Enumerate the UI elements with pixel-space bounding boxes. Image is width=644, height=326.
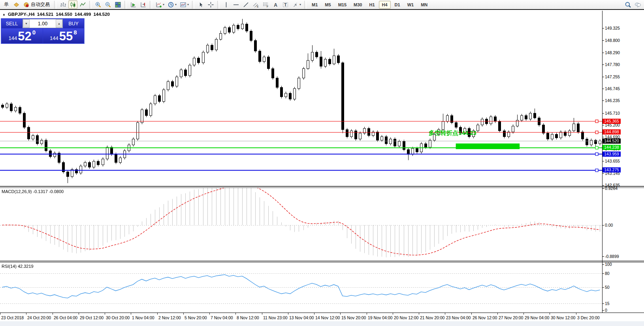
rsi-tick: 100 [605,262,612,267]
indicators-icon[interactable]: ▾ [154,0,166,9]
toolbar-separator [150,1,152,9]
time-label: 15 Nov 20:00 [341,315,366,320]
arrows-icon[interactable]: ▾ [291,0,302,9]
timeframe-m30-button[interactable]: M30 [350,1,365,9]
auto-scroll-icon[interactable] [129,0,138,9]
collapse-quote-icon[interactable]: ▲ [2,13,6,16]
quote-low: 144.499 [75,12,91,17]
macd-tick: 0.00 [605,223,613,227]
bar-chart-icon[interactable] [58,0,68,9]
volume-increase-button[interactable]: ▲ [56,19,62,28]
tile-windows-icon[interactable] [113,0,122,9]
rsi-canvas[interactable] [0,263,602,313]
line-chart-icon[interactable] [78,0,87,9]
mail-icon[interactable] [12,0,21,9]
time-label: 3 Dec 20:00 [577,315,600,320]
buy-price[interactable]: 144 55 8 [43,28,84,43]
time-label: 30 Oct 20:00 [106,315,130,320]
timeframe-h4-button[interactable]: H4 [379,1,391,9]
time-tick [523,313,524,315]
autotrading-button[interactable]: 自动交易 [22,0,52,9]
symbol-bar: ▲ GBPJPY-,H4 144.521 144.550 144.499 144… [2,12,110,17]
toolbar-separator [192,1,194,9]
autotrading-icon [23,2,30,8]
search-icon[interactable] [623,0,633,9]
equidistant-channel-icon[interactable]: E [251,0,260,9]
time-label: 21 Nov 20:00 [420,315,444,320]
periods-icon[interactable]: ▾ [166,0,178,9]
templates-icon[interactable]: ▾ [179,0,190,9]
buy-button[interactable]: BUY [63,19,84,28]
cursor-icon[interactable] [196,0,205,9]
timeframe-m5-button[interactable]: M5 [322,1,334,9]
time-tick [262,313,262,315]
timeframe-mn-button[interactable]: MN [418,1,431,9]
time-label: 5 Nov 20:00 [185,315,207,320]
fibonacci-icon[interactable]: F [261,0,270,9]
candlestick-chart-icon[interactable] [68,0,77,9]
sell-price[interactable]: 144 52 0 [2,28,43,43]
time-label: 8 Nov 12:00 [237,315,259,320]
time-label: 30 Nov 12:00 [551,315,575,320]
time-tick [497,313,498,315]
time-axis[interactable]: 23 Oct 201824 Oct 20:0026 Oct 04:0029 Oc… [0,313,644,321]
main-chart-pane: ▲ GBPJPY-,H4 144.521 144.550 144.499 144… [0,11,644,186]
timeframe-h1-button[interactable]: H1 [366,1,378,9]
time-tick [79,313,79,315]
support-1-price-chip: 143.959 [603,152,621,157]
toolbar-separator [54,1,56,9]
chart-shift-icon[interactable] [139,0,148,9]
toolbar-separator [124,1,127,9]
time-tick [314,313,314,315]
vertical-line-icon[interactable] [222,0,231,9]
volume-decrease-button[interactable]: ▼ [23,19,30,28]
macd-label: MACD(12,26,9) -0.1317 -0.0800 [2,189,64,194]
timeframe-m1-button[interactable]: M1 [309,1,321,9]
time-tick [471,313,472,315]
quote-high: 144.550 [56,12,72,17]
trendline-icon[interactable] [241,0,250,9]
chat-icon[interactable] [633,0,642,9]
svg-text:T: T [284,2,287,7]
svg-text:E: E [257,5,259,8]
price-tick: 149.325 [605,26,620,30]
time-tick [53,313,53,315]
quote-close: 144.520 [93,12,110,17]
text-icon[interactable]: A [271,0,280,9]
new-order-button[interactable]: 单 [2,0,11,9]
time-tick [367,313,367,315]
price-tick: 143.655 [605,159,620,163]
time-label: 26 Oct 04:00 [54,315,77,320]
time-tick [550,313,550,315]
time-tick [288,313,288,315]
price-tick: 146.745 [605,87,620,91]
zoom-out-icon[interactable] [104,0,113,9]
timeframe-d1-button[interactable]: D1 [392,1,403,9]
timeframe-m15-button[interactable]: M15 [335,1,350,9]
text-label-icon[interactable]: T [281,0,290,9]
svg-text:F: F [267,5,268,8]
horizontal-line-icon[interactable] [232,0,241,9]
time-tick [445,313,445,315]
main-chart-canvas[interactable] [0,11,602,186]
bottom-strip [0,321,644,326]
time-tick [131,313,131,315]
crosshair-icon[interactable] [206,0,215,9]
time-label: 29 Oct 12:00 [80,315,104,320]
volume-input[interactable] [30,19,56,28]
sell-button[interactable]: SELL [2,19,22,28]
timeframe-w1-button[interactable]: W1 [404,1,417,9]
rsi-tick: 50 [605,285,610,290]
time-tick [105,313,105,315]
price-axis-border [602,11,603,313]
pivot-green-price-chip: 144.238 [603,145,621,150]
zoom-in-icon[interactable] [94,0,103,9]
macd-canvas[interactable] [0,188,602,261]
toolbar: 单自动交易▾▾▾EFAT▾M1M5M15M30H1H4D1W1MN [0,0,644,10]
price-tick: 148.290 [605,51,620,55]
time-label: 14 Nov 12:00 [315,315,340,320]
rsi-tick: 80 [605,271,610,276]
time-label: 19 Nov 04:00 [368,315,392,320]
rsi-tick: 15 [605,301,610,306]
one-click-trade-panel: SELL ▼ ▲ BUY 144 52 0 144 55 8 [1,18,85,44]
